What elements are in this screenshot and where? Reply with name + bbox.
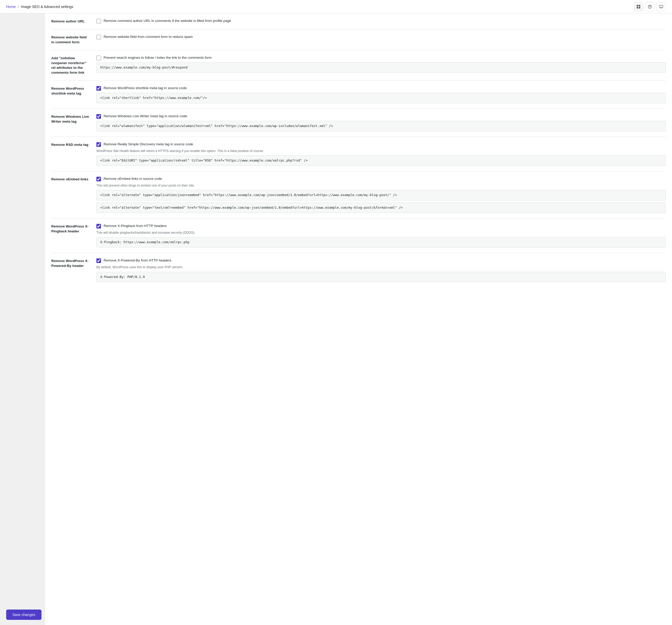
setting-label-remove-x-powered-by: Remove WordPress X-Powered-By header (51, 258, 96, 282)
breadcrumb-separator: / (18, 5, 19, 9)
monitor-button[interactable] (656, 2, 666, 11)
breadcrumb-home[interactable]: Home (6, 5, 16, 9)
setting-row-remove-rsd-meta: Remove RSD meta tagRemove Really Simple … (45, 137, 672, 171)
breadcrumb: Home / Image SEO & Advanced settings (6, 5, 73, 9)
main-layout: Remove author URLRemove comment author U… (0, 14, 672, 625)
code-box-remove-rsd-meta: <link rel="EditURI" type="application/rs… (96, 155, 666, 166)
setting-content-remove-shortlink: Remove WordPress shortlink meta tag in s… (96, 86, 666, 103)
checkbox-row-remove-oembed: Remove oEmbed links in source code (96, 176, 666, 182)
code-box-add-nofollow: https://www.example.com/my-blog-post/#re… (96, 62, 666, 73)
hint-remove-x-pingback: This will disable pingbacks/trackbacks a… (96, 231, 666, 235)
help-button[interactable] (645, 2, 654, 11)
top-bar: Home / Image SEO & Advanced settings (0, 0, 672, 14)
setting-content-remove-rsd-meta: Remove Really Simple Discovery meta tag … (96, 142, 666, 166)
setting-label-remove-shortlink: Remove WordPress shortlink meta tag (51, 86, 96, 103)
svg-rect-2 (637, 7, 638, 8)
top-actions (634, 2, 666, 11)
setting-row-remove-website-field: Remove website field in comment formRemo… (45, 29, 672, 50)
checkbox-row-remove-author-url: Remove comment author URL in comments if… (96, 19, 666, 23)
checkbox-remove-rsd-meta[interactable] (96, 142, 101, 147)
checkbox-label-remove-x-pingback: Remove X-Pingback from HTTP headers (103, 224, 167, 229)
code-box-remove-windows-live-writer: <link rel="wlwmanifest" type="applicatio… (96, 121, 666, 131)
checkbox-row-remove-rsd-meta: Remove Really Simple Discovery meta tag … (96, 142, 666, 147)
grid-view-button[interactable] (634, 2, 643, 11)
setting-row-add-nofollow: Add "nofollow noopener noreferrer" rel a… (45, 50, 672, 81)
checkbox-label-remove-rsd-meta: Remove Really Simple Discovery meta tag … (103, 142, 193, 147)
checkbox-label-remove-x-powered-by: Remove X-Powered-By from HTTP headers (103, 258, 171, 263)
checkbox-remove-website-field[interactable] (96, 35, 101, 40)
code-box2-remove-oembed: <link rel="alternate" type="text/xml+oem… (96, 202, 666, 213)
setting-label-remove-author-url: Remove author URL (51, 19, 96, 24)
settings-content: Remove author URLRemove comment author U… (45, 14, 672, 625)
setting-label-remove-windows-live-writer: Remove Windows Live Writer meta tag (51, 114, 96, 131)
checkbox-remove-shortlink[interactable] (96, 86, 101, 91)
code-box-remove-shortlink: <link rel="shortlink" href="https://www.… (96, 93, 666, 103)
breadcrumb-current: Image SEO & Advanced settings (21, 5, 73, 9)
grid-icon (637, 5, 641, 9)
hint-remove-oembed: This will prevent other blogs to embed o… (96, 184, 666, 188)
checkbox-label-remove-oembed: Remove oEmbed links in source code (103, 176, 162, 182)
checkbox-row-remove-x-powered-by: Remove X-Powered-By from HTTP headers (96, 258, 666, 263)
code-box-remove-x-pingback: X-Pingback: https://www.example.com/xmlr… (96, 237, 666, 247)
checkbox-add-nofollow[interactable] (96, 56, 101, 60)
checkbox-label-remove-website-field: Remove website field from comment form t… (103, 34, 193, 40)
setting-label-remove-website-field: Remove website field in comment form (51, 34, 96, 45)
checkbox-label-remove-windows-live-writer: Remove Windows Live Writer meta tag in s… (103, 114, 187, 119)
checkbox-remove-author-url[interactable] (96, 19, 101, 23)
setting-content-remove-website-field: Remove website field from comment form t… (96, 34, 666, 45)
svg-rect-3 (639, 7, 640, 8)
setting-row-remove-x-powered-by: Remove WordPress X-Powered-By headerRemo… (45, 253, 672, 287)
code-box-remove-x-powered-by: X-Powered-By: PHP/8.1.9 (96, 272, 666, 282)
hint-remove-x-powered-by: By default, WordPress uses this to displ… (96, 265, 666, 270)
svg-rect-6 (659, 5, 663, 7)
checkbox-remove-oembed[interactable] (96, 177, 101, 182)
checkbox-label-remove-shortlink: Remove WordPress shortlink meta tag in s… (103, 86, 187, 91)
save-changes-button[interactable]: Save changes (6, 609, 42, 620)
checkbox-label-add-nofollow: Prevent search engines to follow / index… (103, 55, 212, 60)
setting-content-remove-windows-live-writer: Remove Windows Live Writer meta tag in s… (96, 114, 666, 131)
checkbox-row-remove-x-pingback: Remove X-Pingback from HTTP headers (96, 224, 666, 229)
code-box-remove-oembed: <link rel="alternate" type="application/… (96, 190, 666, 200)
checkbox-row-add-nofollow: Prevent search engines to follow / index… (96, 55, 666, 60)
setting-row-remove-shortlink: Remove WordPress shortlink meta tagRemov… (45, 81, 672, 109)
help-icon (648, 5, 652, 9)
setting-content-remove-x-powered-by: Remove X-Powered-By from HTTP headersBy … (96, 258, 666, 282)
setting-label-remove-x-pingback: Remove WordPress X-Pingback header (51, 224, 96, 247)
setting-row-remove-author-url: Remove author URLRemove comment author U… (45, 14, 672, 29)
setting-content-remove-oembed: Remove oEmbed links in source codeThis w… (96, 176, 666, 213)
setting-label-remove-oembed: Remove oEmbed links (51, 176, 96, 213)
checkbox-remove-x-pingback[interactable] (96, 224, 101, 229)
setting-content-remove-x-pingback: Remove X-Pingback from HTTP headersThis … (96, 224, 666, 247)
sidebar (0, 14, 45, 625)
setting-row-remove-oembed: Remove oEmbed linksRemove oEmbed links i… (45, 171, 672, 218)
setting-row-remove-windows-live-writer: Remove Windows Live Writer meta tagRemov… (45, 109, 672, 137)
checkbox-row-remove-windows-live-writer: Remove Windows Live Writer meta tag in s… (96, 114, 666, 119)
setting-label-remove-rsd-meta: Remove RSD meta tag (51, 142, 96, 166)
svg-rect-1 (639, 5, 640, 6)
save-bar: Save changes (0, 604, 48, 625)
checkbox-label-remove-author-url: Remove comment author URL in comments if… (103, 19, 231, 23)
hint-remove-rsd-meta: WordPress Site Health feature will retur… (96, 149, 666, 153)
svg-rect-0 (637, 5, 638, 6)
monitor-icon (659, 5, 663, 9)
setting-content-add-nofollow: Prevent search engines to follow / index… (96, 55, 666, 75)
setting-content-remove-author-url: Remove comment author URL in comments if… (96, 19, 666, 24)
checkbox-remove-windows-live-writer[interactable] (96, 114, 101, 119)
checkbox-remove-x-powered-by[interactable] (96, 258, 101, 263)
checkbox-row-remove-shortlink: Remove WordPress shortlink meta tag in s… (96, 86, 666, 91)
setting-row-remove-x-pingback: Remove WordPress X-Pingback headerRemove… (45, 218, 672, 253)
checkbox-row-remove-website-field: Remove website field from comment form t… (96, 34, 666, 40)
setting-label-add-nofollow: Add "nofollow noopener noreferrer" rel a… (51, 55, 96, 75)
